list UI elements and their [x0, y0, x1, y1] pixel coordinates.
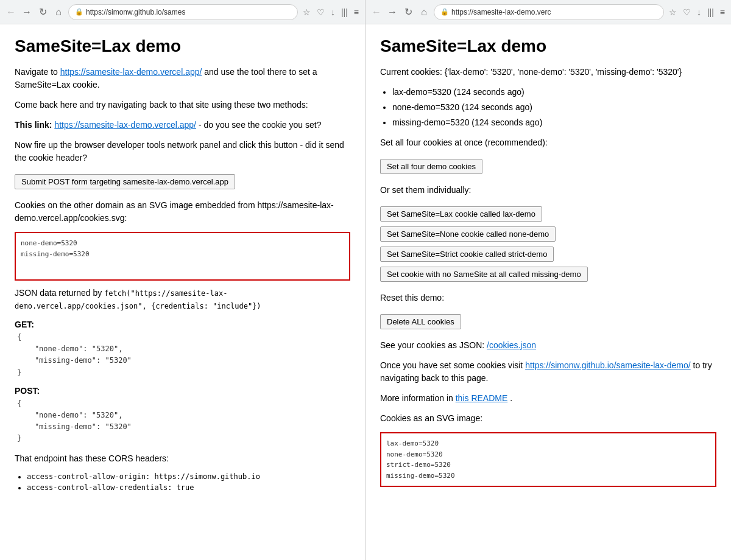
left-intro-text: Navigate to: [15, 67, 58, 77]
lock-icon-left: 🔒: [75, 8, 83, 16]
readme-link[interactable]: this README: [456, 393, 508, 403]
left-svg-line-2: missing-demo=5320: [21, 249, 344, 260]
left-para2: Come back here and try navigating back t…: [15, 99, 350, 111]
url-text-left: https://simonw.github.io/sames: [86, 8, 185, 16]
json-see-para: See your cookies as JSON: /cookies.json: [380, 339, 716, 352]
address-bar-right[interactable]: 🔒 https://samesite-lax-demo.verc: [434, 4, 664, 20]
left-toolbar: ← → ↻ ⌂ 🔒 https://simonw.github.io/sames…: [0, 0, 365, 24]
left-intro-link[interactable]: https://samesite-lax-demo.vercel.app/: [60, 67, 202, 77]
current-cookies-label: Current cookies:: [380, 67, 442, 77]
right-toolbar: ← → ↻ ⌂ 🔒 https://samesite-lax-demo.verc…: [366, 0, 731, 24]
bars-icon-right[interactable]: |||: [706, 6, 715, 18]
set-all-label: Set all four cookies at once (recommende…: [380, 136, 716, 149]
star-icon-left[interactable]: ☆: [302, 6, 312, 18]
right-svg-line-2: none-demo=5320: [386, 449, 710, 460]
right-svg-line-4: missing-demo=5320: [386, 471, 710, 481]
cookie-item-1: lax-demo=5320 (124 seconds ago): [392, 86, 716, 99]
right-svg-line-1: lax-demo=5320: [386, 438, 710, 449]
set-missing-button[interactable]: Set cookie with no SameSite at all calle…: [380, 267, 588, 282]
left-this-link-para: This link: https://samesite-lax-demo.ver…: [15, 119, 350, 131]
heart-icon-left[interactable]: ♡: [316, 6, 326, 18]
cors-item-1: access-control-allow-origin: https://sim…: [27, 472, 350, 481]
left-cors-intro: That endpoint has these CORS headers:: [15, 452, 350, 465]
visit-para: Once you have set some cookies visit htt…: [380, 359, 716, 385]
right-svg-intro: Cookies as an SVG image:: [380, 412, 716, 425]
cookie-list: lax-demo=5320 (124 seconds ago) none-dem…: [380, 86, 716, 129]
left-post-data: { "none-demo": "5320", "missing-demo": "…: [15, 398, 350, 445]
right-svg-box: lax-demo=5320 none-demo=5320 strict-demo…: [380, 432, 716, 487]
back-button-left[interactable]: ←: [5, 6, 17, 18]
set-lax-button[interactable]: Set SameSite=Lax cookie called lax-demo: [380, 206, 542, 222]
forward-button-right[interactable]: →: [386, 6, 398, 18]
right-browser-pane: ← → ↻ ⌂ 🔒 https://samesite-lax-demo.verc…: [366, 0, 731, 560]
star-icon-right[interactable]: ☆: [668, 6, 678, 18]
more-icon-right[interactable]: ≡: [719, 6, 726, 18]
address-bar-left[interactable]: 🔒 https://simonw.github.io/sames: [68, 4, 298, 20]
left-svg-intro-text: Cookies on the other domain as an SVG im…: [15, 200, 334, 223]
this-link-bold: This link:: [15, 120, 52, 130]
download-icon-left[interactable]: ↓: [330, 6, 336, 18]
delete-all-button[interactable]: Delete ALL cookies: [380, 314, 461, 329]
cookie-item-3: missing-demo=5320 (124 seconds ago): [392, 116, 716, 129]
set-strict-button[interactable]: Set SameSite=Strict cookie called strict…: [380, 247, 554, 262]
visit-text1: Once you have set some cookies visit: [380, 360, 523, 370]
current-cookies-value: {'lax-demo': '5320', 'none-demo': '5320'…: [445, 67, 682, 77]
set-all-button[interactable]: Set all four demo cookies: [380, 159, 482, 174]
readme-suffix: .: [510, 393, 512, 403]
left-get-data: { "none-demo": "5320", "missing-demo": "…: [15, 332, 350, 379]
left-page-content: SameSite=Lax demo Navigate to https://sa…: [0, 24, 365, 560]
left-intro-para: Navigate to https://samesite-lax-demo.ve…: [15, 66, 350, 91]
readme-para: More information in this README .: [380, 392, 716, 405]
left-cors-list: access-control-allow-origin: https://sim…: [15, 472, 350, 492]
heart-icon-right[interactable]: ♡: [682, 6, 692, 18]
left-para4: Now fire up the browser developer tools …: [15, 139, 350, 164]
left-page-title: SameSite=Lax demo: [15, 37, 350, 56]
visit-link[interactable]: https://simonw.github.io/samesite-lax-de…: [525, 360, 691, 370]
back-button-right[interactable]: ←: [370, 6, 383, 18]
cors-item-2: access-control-allow-credentials: true: [27, 483, 350, 492]
right-page-content: SameSite=Lax demo Current cookies: {'lax…: [366, 24, 731, 560]
left-post-label: POST:: [15, 386, 350, 396]
left-browser-pane: ← → ↻ ⌂ 🔒 https://simonw.github.io/sames…: [0, 0, 366, 560]
more-icon-left[interactable]: ≡: [353, 6, 360, 18]
set-none-button[interactable]: Set SameSite=None cookie called none-dem…: [380, 226, 556, 242]
or-individually: Or set them individually:: [380, 184, 716, 197]
json-link[interactable]: /cookies.json: [487, 340, 536, 350]
left-json-intro-para: JSON data returned by fetch("https://sam…: [15, 287, 350, 312]
refresh-button-right[interactable]: ↻: [402, 6, 414, 18]
download-icon-right[interactable]: ↓: [696, 6, 702, 18]
home-button-right[interactable]: ⌂: [418, 6, 430, 18]
forward-button-left[interactable]: →: [21, 6, 33, 18]
right-svg-line-3: strict-demo=5320: [386, 460, 710, 471]
right-page-title: SameSite=Lax demo: [380, 37, 716, 56]
left-json-intro: JSON data returned by: [15, 288, 102, 298]
left-post-section: POST: { "none-demo": "5320", "missing-de…: [15, 386, 350, 445]
left-this-link[interactable]: https://samesite-lax-demo.vercel.app/: [54, 120, 196, 130]
individual-buttons: Set SameSite=Lax cookie called lax-demo …: [380, 204, 716, 284]
left-this-link-suffix: - do you see the cookie you set?: [199, 120, 322, 130]
reset-label: Reset this demo:: [380, 292, 716, 304]
home-button-left[interactable]: ⌂: [52, 6, 65, 18]
submit-post-button[interactable]: Submit POST form targeting samesite-lax-…: [15, 174, 235, 189]
left-svg-line-1: none-demo=5320: [21, 238, 344, 249]
left-svg-intro: Cookies on the other domain as an SVG im…: [15, 199, 350, 225]
json-see-label: See your cookies as JSON:: [380, 340, 484, 350]
url-text-right: https://samesite-lax-demo.verc: [451, 8, 551, 16]
left-get-label: GET:: [15, 320, 350, 329]
current-cookies-para: Current cookies: {'lax-demo': '5320', 'n…: [380, 66, 716, 79]
cookie-item-2: none-demo=5320 (124 seconds ago): [392, 101, 716, 114]
lock-icon-right: 🔒: [440, 8, 449, 16]
left-svg-box: none-demo=5320 missing-demo=5320: [15, 232, 350, 281]
bars-icon-left[interactable]: |||: [340, 6, 349, 18]
readme-intro: More information in: [380, 393, 453, 403]
refresh-button-left[interactable]: ↻: [37, 6, 49, 18]
left-get-section: GET: { "none-demo": "5320", "missing-dem…: [15, 320, 350, 379]
